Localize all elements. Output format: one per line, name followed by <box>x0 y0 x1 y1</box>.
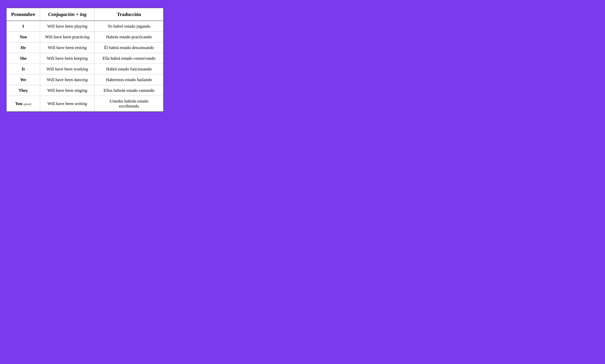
cell-conjugacion: Will have been singing <box>40 85 95 96</box>
cell-traduccion: Ella habrá estado conservando <box>95 53 163 64</box>
table-body: IWill have been playingYo habré estado j… <box>7 21 163 112</box>
cell-conjugacion: Will have been working <box>40 64 95 75</box>
table-wrapper: Pronombre Conjugación + ing Traducción I… <box>6 8 164 112</box>
table-header-row: Pronombre Conjugación + ing Traducción <box>7 8 163 21</box>
table-row: IWill have been playingYo habré estado j… <box>7 21 163 32</box>
table-row: You (plural)Will have been writingUstede… <box>7 96 163 112</box>
cell-traduccion: Ellos habrán estado cantando <box>95 85 163 96</box>
table-row: YouWill have been practicingHabrás estad… <box>7 32 163 42</box>
cell-traduccion: Yo habré estado jugando <box>95 21 163 32</box>
cell-traduccion: Él habrá estado descansando <box>95 42 163 53</box>
cell-traduccion: Habrá estado funcionando <box>95 64 163 75</box>
cell-pronombre: We <box>7 75 40 85</box>
cell-traduccion: Habremos estado bailando <box>95 75 163 85</box>
cell-conjugacion: Will have been resting <box>40 42 95 53</box>
cell-traduccion: Habrás estado practicando <box>95 32 163 42</box>
cell-pronombre: She <box>7 53 40 64</box>
table-row: SheWill have been keepingElla habrá esta… <box>7 53 163 64</box>
cell-conjugacion: Will have been keeping <box>40 53 95 64</box>
header-traduccion: Traducción <box>95 8 163 21</box>
cell-pronombre: He <box>7 42 40 53</box>
cell-conjugacion: Will have been playing <box>40 21 95 32</box>
cell-pronombre: You (plural) <box>7 96 40 112</box>
table-row: WeWill have been dancingHabremos estado … <box>7 75 163 85</box>
cell-pronombre: It <box>7 64 40 75</box>
header-pronombre: Pronombre <box>7 8 40 21</box>
table-row: TheyWill have been singingEllos habrán e… <box>7 85 163 96</box>
cell-pronombre: I <box>7 21 40 32</box>
header-conjugacion: Conjugación + ing <box>40 8 95 21</box>
cell-traduccion: Ustedes habrán estado escribiendo <box>95 96 163 112</box>
cell-conjugacion: Will have been writing <box>40 96 95 112</box>
conjugation-table: Pronombre Conjugación + ing Traducción I… <box>7 8 163 112</box>
page-background: Pronombre Conjugación + ing Traducción I… <box>0 0 605 364</box>
table-row: HeWill have been restingÉl habrá estado … <box>7 42 163 53</box>
cell-conjugacion: Will have been dancing <box>40 75 95 85</box>
table-shadow-container: Pronombre Conjugación + ing Traducción I… <box>6 8 164 112</box>
table-row: ItWill have been workingHabrá estado fun… <box>7 64 163 75</box>
cell-conjugacion: Will have been practicing <box>40 32 95 42</box>
cell-pronombre: They <box>7 85 40 96</box>
cell-pronombre: You <box>7 32 40 42</box>
